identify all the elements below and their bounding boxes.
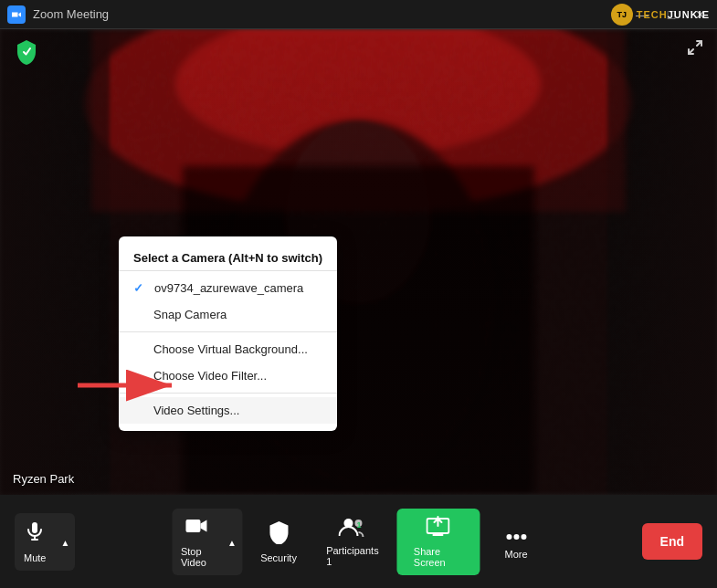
video-area: Ryzen Park Select a Camera (Alt+N to swi… — [0, 29, 717, 495]
svg-point-26 — [513, 534, 519, 540]
mute-arrow-button[interactable]: ▲ — [55, 529, 75, 555]
menu-item-camera1[interactable]: ov9734_azurewave_camera — [119, 275, 337, 301]
svg-text:1: 1 — [357, 520, 362, 530]
share-screen-label: Share Screen — [414, 546, 463, 568]
menu-item-virtual-bg[interactable]: Choose Virtual Background... — [119, 336, 337, 362]
stop-video-label: Stop Video — [181, 546, 213, 568]
svg-rect-15 — [32, 522, 37, 533]
more-label: More — [505, 549, 528, 560]
svg-point-25 — [506, 534, 511, 540]
watermark-logo: TJ — [611, 4, 633, 26]
toolbar: Mute ▲ Stop Video ▲ — [0, 495, 717, 588]
red-arrow-indicator — [73, 367, 183, 404]
share-screen-button[interactable]: Share Screen — [397, 509, 480, 575]
zoom-logo — [7, 5, 26, 24]
watermark: TJ TECHJUNKIE — [611, 4, 710, 26]
title-bar: Zoom Meeting — □ ✕ — [0, 0, 717, 29]
window-title: Zoom Meeting — [33, 7, 109, 21]
mute-button[interactable]: Mute — [15, 513, 55, 571]
participants-icon: 1 — [339, 517, 366, 541]
toolbar-left: Mute ▲ — [15, 513, 75, 571]
end-button[interactable]: End — [642, 523, 702, 560]
video-camera-icon — [185, 516, 209, 541]
participant-name: Ryzen Park — [13, 472, 74, 486]
security-shield-icon — [13, 38, 40, 66]
share-screen-icon — [427, 516, 450, 541]
watermark-text: TECHJUNKIE — [637, 9, 710, 20]
security-label: Security — [260, 552, 297, 563]
more-button[interactable]: More — [487, 517, 545, 567]
stop-video-button-group: Stop Video ▲ — [172, 509, 242, 575]
toolbar-center: Stop Video ▲ Security 1 — [172, 509, 545, 575]
svg-point-27 — [521, 534, 526, 540]
security-icon — [268, 520, 290, 548]
video-overlay — [0, 29, 717, 495]
microphone-icon — [24, 520, 46, 548]
toolbar-right: End — [642, 523, 702, 560]
participants-button[interactable]: 1 Participants 1 — [315, 509, 390, 574]
stop-video-button[interactable]: Stop Video — [172, 509, 222, 575]
menu-divider-1 — [119, 331, 337, 332]
more-icon — [505, 524, 527, 544]
participants-label: Participants 1 — [326, 545, 378, 567]
expand-button[interactable] — [686, 38, 704, 61]
mute-label: Mute — [24, 552, 46, 563]
menu-header: Select a Camera (Alt+N to switch) — [119, 244, 337, 271]
security-button[interactable]: Security — [249, 513, 308, 571]
menu-item-snap-camera[interactable]: Snap Camera — [119, 301, 337, 328]
mute-button-group: Mute ▲ — [15, 513, 75, 571]
video-arrow-button[interactable]: ▲ — [222, 529, 242, 555]
svg-rect-18 — [186, 520, 201, 532]
title-bar-left: Zoom Meeting — [7, 5, 109, 24]
